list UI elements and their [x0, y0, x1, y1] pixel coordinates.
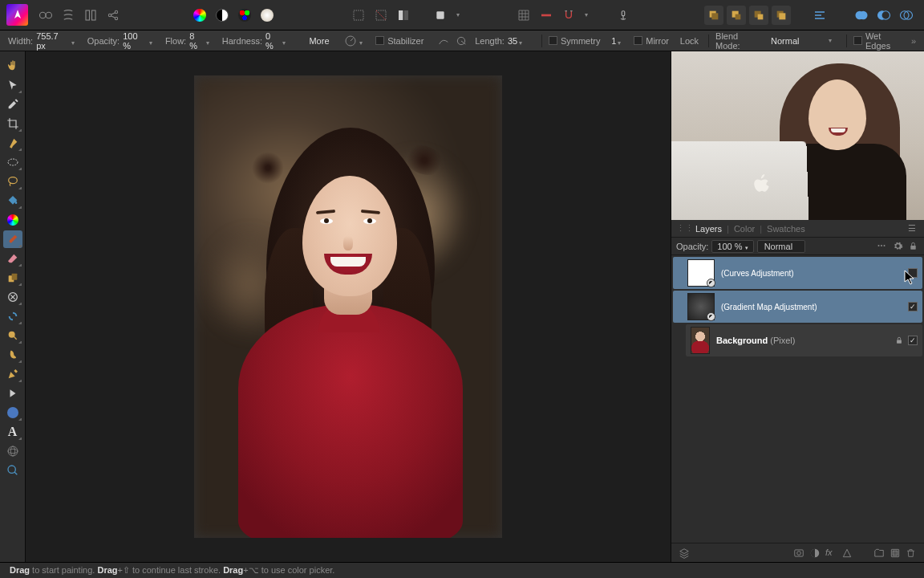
layer-visible-checkbox[interactable] — [908, 336, 918, 345]
mask-icon[interactable] — [793, 547, 804, 559]
layer-lock-icon[interactable] — [909, 241, 919, 251]
panel-menu-icon[interactable]: ☰ — [908, 223, 919, 234]
canvas[interactable] — [26, 51, 671, 562]
refine-icon[interactable] — [394, 6, 413, 25]
layer-row-gradientmap[interactable]: (Gradient Map Adjustment) — [673, 291, 922, 323]
opacity-dropdown-icon[interactable] — [149, 37, 157, 45]
magnet-dropdown-icon[interactable]: ▾ — [582, 6, 591, 25]
boolean-add-icon[interactable] — [852, 6, 871, 25]
tab-color[interactable]: Color — [729, 224, 760, 234]
erase-tool-icon[interactable] — [3, 250, 22, 267]
length-dropdown-icon[interactable] — [519, 37, 527, 45]
crop-tool-icon[interactable] — [3, 115, 22, 132]
grid-icon[interactable] — [514, 6, 533, 25]
lock-label[interactable]: Lock — [680, 36, 699, 46]
document-image[interactable] — [194, 75, 502, 538]
layer-opacity-value[interactable]: 100 % ▾ — [711, 240, 753, 253]
width-dropdown-icon[interactable] — [71, 37, 79, 45]
develop-icon[interactable] — [81, 6, 100, 25]
layer-visible-checkbox[interactable] — [908, 268, 918, 278]
arrange-front-icon[interactable] — [772, 6, 791, 25]
app-logo[interactable] — [6, 4, 28, 26]
selection-cross-icon[interactable] — [371, 6, 391, 25]
selection-brush-tool-icon[interactable] — [3, 134, 22, 152]
gradient-tool-icon[interactable] — [3, 211, 22, 229]
symmetry-checkbox[interactable] — [549, 36, 557, 45]
group-icon[interactable] — [873, 547, 885, 559]
layer-options-icon[interactable] — [877, 241, 887, 251]
flow-dropdown-icon[interactable] — [206, 37, 214, 45]
snapping-icon[interactable] — [537, 6, 556, 25]
arrange-forward-icon[interactable] — [749, 6, 768, 25]
share-icon[interactable] — [103, 6, 123, 25]
text-tool-icon[interactable]: A — [3, 423, 22, 441]
mesh-tool-icon[interactable] — [3, 442, 22, 460]
hardness-value[interactable]: 0 % — [265, 31, 281, 51]
boolean-int-icon[interactable] — [897, 6, 916, 25]
symmetry-value[interactable]: 1 — [611, 36, 616, 46]
mirror-checkbox[interactable] — [634, 36, 642, 45]
blendmode-dropdown-icon[interactable]: ▾ — [829, 37, 832, 44]
overflow-icon[interactable]: » — [911, 36, 916, 46]
smudge-tool-icon[interactable] — [3, 346, 22, 364]
pen-tool-icon[interactable] — [3, 365, 22, 383]
layer-gear-icon[interactable] — [893, 241, 903, 251]
width-value[interactable]: 755.7 px — [36, 31, 70, 51]
color-bw-icon[interactable] — [213, 6, 232, 25]
delete-layer-icon[interactable] — [906, 547, 917, 559]
flood-fill-tool-icon[interactable] — [3, 192, 22, 210]
persona-icon[interactable] — [36, 6, 55, 25]
crop-layer-icon[interactable] — [841, 547, 853, 559]
clone-tool-icon[interactable] — [3, 269, 22, 287]
quickmask-icon[interactable] — [431, 6, 450, 25]
boolean-sub-icon[interactable] — [874, 6, 894, 25]
stabilizer-mode1-icon[interactable] — [437, 35, 450, 47]
opacity-value[interactable]: 100 % — [123, 31, 148, 51]
layer-blend-select[interactable]: Normal — [757, 240, 805, 253]
color-wheel-icon[interactable] — [190, 6, 209, 25]
pressure-dropdown-icon[interactable] — [359, 37, 367, 45]
paint-brush-tool-icon[interactable] — [3, 230, 22, 248]
dodge-tool-icon[interactable] — [3, 327, 22, 344]
length-value[interactable]: 35 — [508, 36, 517, 46]
add-layer-icon[interactable] — [890, 547, 901, 559]
adjustment-icon[interactable] — [809, 547, 821, 559]
symmetry-dropdown-icon[interactable] — [618, 37, 626, 45]
color-soft-icon[interactable] — [257, 6, 277, 25]
blendmode-value[interactable]: Normal — [771, 36, 827, 46]
pressure-icon[interactable] — [344, 35, 357, 47]
layer-row-curves[interactable]: (Curves Adjustment) — [673, 257, 922, 289]
layer-stack-icon[interactable] — [679, 547, 690, 559]
stabilizer-mode2-icon[interactable] — [455, 35, 468, 47]
healing-tool-icon[interactable] — [3, 288, 22, 306]
stabilizer-checkbox[interactable] — [375, 36, 384, 45]
hand-tool-icon[interactable] — [3, 57, 22, 75]
more-button[interactable]: More — [309, 36, 329, 46]
selection-rect-icon[interactable] — [349, 6, 368, 25]
align-icon[interactable] — [810, 6, 829, 25]
colorpicker-tool-icon[interactable] — [3, 96, 22, 113]
hardness-dropdown-icon[interactable] — [282, 37, 290, 45]
node-tool-icon[interactable] — [3, 385, 22, 402]
layer-row-background[interactable]: Background (Pixel) — [686, 324, 922, 356]
liquify-icon[interactable] — [59, 6, 78, 25]
info-icon[interactable] — [614, 6, 633, 25]
quickmask-dropdown-icon[interactable]: ▾ — [453, 6, 463, 25]
marquee-tool-icon[interactable] — [3, 153, 22, 171]
arrange-backward-icon[interactable] — [727, 6, 746, 25]
tab-layers[interactable]: Layers — [691, 224, 727, 234]
inpainting-tool-icon[interactable] — [3, 307, 22, 325]
shape-tool-icon[interactable] — [3, 404, 22, 421]
layer-visible-checkbox[interactable] — [908, 302, 918, 311]
move-tool-icon[interactable] — [3, 76, 22, 94]
flow-value[interactable]: 8 % — [189, 31, 205, 51]
color-rgb-icon[interactable] — [235, 6, 254, 25]
lasso-tool-icon[interactable] — [3, 173, 22, 190]
magnet-icon[interactable] — [559, 6, 578, 25]
wetedges-checkbox[interactable] — [853, 36, 862, 45]
tab-swatches[interactable]: Swatches — [762, 224, 810, 234]
arrange-back-icon[interactable] — [704, 6, 723, 25]
panel-grip-icon[interactable]: ⋮⋮ — [676, 223, 687, 234]
zoom-tool-icon[interactable] — [3, 462, 22, 479]
fx-icon[interactable]: fx — [825, 547, 837, 559]
